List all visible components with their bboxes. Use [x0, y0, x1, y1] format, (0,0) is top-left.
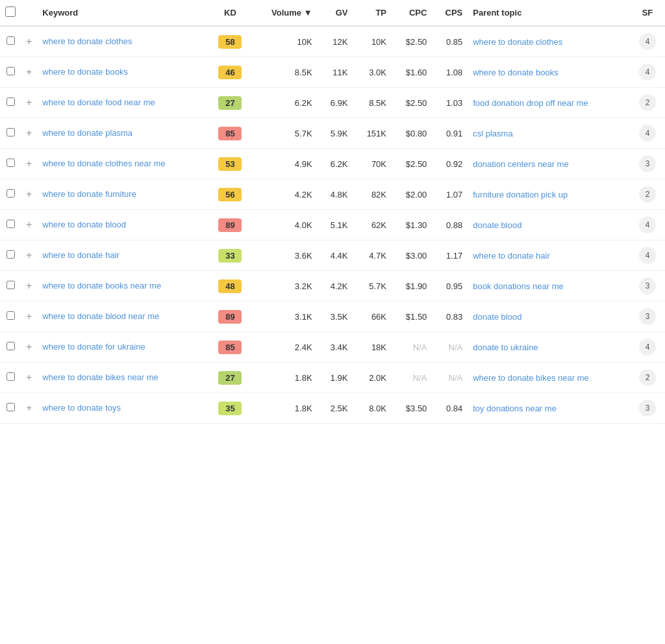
parent-topic-link[interactable]: food donation drop off near me — [473, 98, 588, 108]
parent-topic-link[interactable]: donate blood — [473, 220, 521, 230]
keyword-link[interactable]: where to donate for ukraine — [42, 342, 145, 352]
parent-topic-link[interactable]: where to donate hair — [473, 251, 550, 261]
keyword-link[interactable]: where to donate plasma — [42, 128, 132, 138]
row-keyword: where to donate books — [37, 57, 208, 88]
parent-topic-link[interactable]: csl plasma — [473, 129, 512, 138]
keyword-link[interactable]: where to donate toys — [42, 403, 121, 413]
row-gv: 3.5K — [318, 302, 353, 332]
row-checkbox[interactable] — [6, 372, 15, 381]
parent-topic-link[interactable]: furniture donation pick up — [473, 190, 568, 200]
kd-badge: 85 — [218, 127, 242, 140]
cpc-na: N/A — [413, 373, 427, 383]
header-volume[interactable]: Volume ▼ — [252, 0, 318, 26]
row-kd: 48 — [208, 271, 252, 302]
parent-topic-link[interactable]: donation centers near me — [473, 159, 568, 169]
parent-topic-link[interactable]: toy donations near me — [473, 404, 557, 413]
row-checkbox[interactable] — [6, 67, 15, 75]
row-add-button[interactable]: + — [21, 88, 37, 118]
kd-badge: 89 — [218, 310, 242, 324]
row-checkbox[interactable] — [6, 403, 15, 411]
cpc-na: N/A — [413, 342, 427, 352]
keyword-link[interactable]: where to donate furniture — [42, 189, 136, 199]
row-add-button[interactable]: + — [21, 271, 37, 302]
row-checkbox[interactable] — [6, 189, 15, 198]
kd-badge: 56 — [218, 188, 242, 201]
table-row: +where to donate blood894.0K5.1K62K$1.30… — [0, 210, 665, 240]
parent-topic-link[interactable]: where to donate books — [473, 68, 558, 77]
row-checkbox[interactable] — [6, 128, 15, 136]
parent-topic-link[interactable]: book donations near me — [473, 281, 563, 291]
row-cps: 0.95 — [432, 271, 468, 302]
keyword-link[interactable]: where to donate clothes — [42, 36, 132, 46]
row-checkbox[interactable] — [6, 97, 15, 106]
row-cpc: $2.50 — [392, 88, 432, 118]
row-checkbox[interactable] — [6, 342, 15, 350]
row-kd: 27 — [208, 88, 252, 118]
keyword-link[interactable]: where to donate clothes near me — [42, 159, 165, 168]
keyword-link[interactable]: where to donate food near me — [42, 97, 155, 107]
row-gv: 4.4K — [318, 240, 353, 271]
row-gv: 2.5K — [318, 393, 353, 424]
row-checkbox[interactable] — [6, 250, 15, 259]
row-kd: 53 — [208, 149, 252, 179]
row-volume: 1.8K — [252, 363, 318, 393]
keyword-link[interactable]: where to donate books — [42, 67, 128, 77]
parent-topic-link[interactable]: where to donate bikes near me — [473, 373, 589, 383]
header-parent-topic: Parent topic — [468, 0, 630, 26]
keyword-link[interactable]: where to donate bikes near me — [42, 372, 158, 382]
keyword-link[interactable]: where to donate hair — [42, 250, 119, 260]
row-cpc: $2.50 — [392, 26, 432, 57]
kd-badge: 46 — [218, 66, 242, 79]
parent-topic-link[interactable]: where to donate clothes — [473, 37, 562, 47]
keyword-table: Keyword KD Volume ▼ GV TP CPC CPS Parent… — [0, 0, 665, 424]
row-kd: 89 — [208, 302, 252, 332]
row-cps: 0.91 — [432, 118, 468, 149]
row-cps: 0.92 — [432, 149, 468, 179]
row-parent-topic: donate to ukraine — [468, 332, 630, 363]
sf-badge: 3 — [639, 308, 656, 325]
row-add-button[interactable]: + — [21, 302, 37, 332]
row-add-button[interactable]: + — [21, 210, 37, 240]
row-cpc: $0.80 — [392, 118, 432, 149]
row-add-button[interactable]: + — [21, 179, 37, 210]
row-add-button[interactable]: + — [21, 393, 37, 424]
sf-badge: 4 — [639, 125, 656, 142]
table-row: +where to donate bikes near me271.8K1.9K… — [0, 363, 665, 393]
row-add-button[interactable]: + — [21, 57, 37, 88]
select-all-checkbox[interactable] — [5, 6, 16, 17]
row-sf: 4 — [630, 240, 665, 271]
kd-badge: 27 — [218, 96, 242, 110]
row-parent-topic: where to donate clothes — [468, 26, 630, 57]
row-checkbox-cell — [0, 363, 21, 393]
row-add-button[interactable]: + — [21, 363, 37, 393]
row-checkbox[interactable] — [6, 220, 15, 228]
row-kd: 46 — [208, 57, 252, 88]
row-cpc: N/A — [392, 363, 432, 393]
row-checkbox[interactable] — [6, 311, 15, 320]
row-add-button[interactable]: + — [21, 118, 37, 149]
row-keyword: where to donate bikes near me — [37, 363, 208, 393]
row-parent-topic: donation centers near me — [468, 149, 630, 179]
row-checkbox[interactable] — [6, 159, 15, 167]
sf-badge: 2 — [639, 369, 656, 386]
row-cpc: N/A — [392, 332, 432, 363]
row-add-button[interactable]: + — [21, 149, 37, 179]
kd-badge: 85 — [218, 341, 242, 354]
row-checkbox[interactable] — [6, 36, 15, 45]
row-volume: 10K — [252, 26, 318, 57]
row-kd: 58 — [208, 26, 252, 57]
keyword-link[interactable]: where to donate blood near me — [42, 311, 159, 321]
parent-topic-link[interactable]: donate to ukraine — [473, 342, 538, 352]
row-checkbox[interactable] — [6, 281, 15, 289]
parent-topic-link[interactable]: donate blood — [473, 312, 521, 322]
row-gv: 6.9K — [318, 88, 353, 118]
row-tp: 8.0K — [353, 393, 392, 424]
keyword-link[interactable]: where to donate blood — [42, 220, 126, 229]
row-add-button[interactable]: + — [21, 332, 37, 363]
keyword-link[interactable]: where to donate books near me — [42, 281, 161, 290]
row-cps: 1.07 — [432, 179, 468, 210]
row-add-button[interactable]: + — [21, 26, 37, 57]
row-add-button[interactable]: + — [21, 240, 37, 271]
row-cpc: $1.30 — [392, 210, 432, 240]
row-sf: 3 — [630, 302, 665, 332]
